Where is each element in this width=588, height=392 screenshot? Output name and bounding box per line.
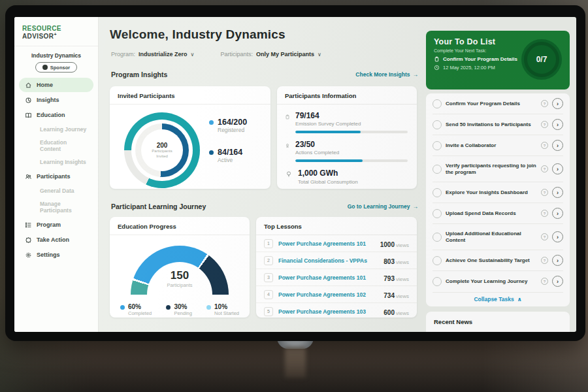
task-checkbox[interactable] (433, 99, 442, 108)
donut-center-label: Invited (156, 154, 168, 159)
collapse-label: Collapse Tasks (474, 296, 514, 302)
task-open-button[interactable]: › (552, 187, 563, 198)
task-row: Achieve One Sustainability Target ? › (433, 250, 563, 271)
task-checkbox[interactable] (433, 188, 442, 197)
lesson-link[interactable]: Power Purchase Agreements 101 (278, 240, 375, 247)
legend-not-started: 10% Not Started (206, 303, 239, 316)
metric-label: Actions Completed (295, 150, 408, 155)
gauge-center-label: Participants (131, 282, 229, 288)
task-open-button[interactable]: › (552, 276, 563, 287)
metric-label: Emission Survey Completed (295, 121, 408, 127)
education-progress-gauge: 150 Participants (131, 246, 229, 295)
metric-emission-survey: 79/164 Emission Survey Completed (277, 105, 417, 133)
legend-pending: 30% Pending (166, 303, 192, 316)
task-checkbox[interactable] (433, 233, 442, 242)
sidebar-item-education[interactable]: Education (19, 108, 93, 122)
lesson-link[interactable]: Power Purchase Agreements 101 (278, 274, 378, 281)
rank-badge: 2 (264, 256, 273, 265)
section-title: Program Insights (111, 71, 167, 78)
go-to-learning-journey-link[interactable]: Go to Learning Journey → (348, 203, 418, 210)
sidebar-item-home[interactable]: Home (19, 78, 93, 92)
sidebar-item-insights[interactable]: Insights (19, 93, 93, 107)
legend-value: 164/200 (218, 118, 247, 127)
task-row: Verify participants requesting to join t… (433, 156, 563, 182)
task-checkbox[interactable] (433, 209, 442, 218)
task-label: Upload Spend Data Records (446, 210, 537, 217)
task-open-button[interactable]: › (552, 231, 563, 242)
metric-label: Total Global Consumption (298, 179, 358, 185)
insights-icon (25, 97, 32, 104)
task-checkbox[interactable] (433, 277, 442, 286)
lesson-row: 1 Power Purchase Agreements 101 1000view… (256, 235, 417, 252)
info-icon[interactable]: ? (541, 100, 548, 107)
lesson-link[interactable]: Power Purchase Agreements 103 (278, 308, 378, 315)
task-checkbox[interactable] (433, 120, 442, 129)
page-title: Welcome, Industry Dynamics (110, 27, 286, 42)
card-title: Participants Information (277, 86, 417, 105)
legend-label: Not Started (214, 310, 239, 316)
check-more-insights-link[interactable]: Check More Insights → (355, 71, 418, 78)
participants-dropdown[interactable]: Participants: Only My Participants ∨ (220, 51, 321, 57)
list-icon (25, 221, 32, 229)
metric-value: 23/50 (295, 140, 408, 149)
task-label: Invite a Collaborator (446, 142, 537, 149)
education-progress-card: Education Progress 150 Participants 60% … (110, 217, 250, 318)
home-icon (25, 82, 32, 89)
info-icon[interactable]: ? (541, 233, 548, 240)
lesson-link[interactable]: Power Purchase Agreements 102 (278, 291, 378, 298)
lightbulb-icon (285, 171, 293, 178)
info-icon[interactable]: ? (541, 142, 548, 149)
task-open-button[interactable]: › (552, 255, 563, 266)
info-icon[interactable]: ? (541, 257, 548, 264)
arrow-right-icon: → (413, 203, 419, 210)
views-unit: views (396, 293, 409, 299)
legend-active: 84/164 Active (209, 148, 247, 163)
legend-label: Active (218, 157, 242, 163)
task-checkbox[interactable] (433, 256, 442, 265)
section-title: Participant Learning Journey (111, 203, 206, 210)
task-open-button[interactable]: › (552, 119, 563, 130)
task-open-button[interactable]: › (552, 208, 563, 219)
rank-badge: 3 (264, 273, 273, 282)
info-icon[interactable]: ? (541, 278, 548, 285)
info-icon[interactable]: ? (541, 121, 548, 128)
program-filter-label: Program: (111, 51, 135, 57)
task-row: Send 50 Invitations to Participants ? › (433, 114, 563, 135)
sidebar-item-take-action[interactable]: Take Action (19, 233, 93, 247)
collapse-tasks-link[interactable]: Collapse Tasks ∧ (433, 293, 563, 306)
sidebar-item-education-content[interactable]: Education Content (19, 136, 93, 155)
sponsor-badge-label: Sponsor (50, 65, 70, 71)
sidebar-item-program[interactable]: Program (19, 218, 93, 232)
task-open-button[interactable]: › (552, 163, 563, 174)
sidebar-item-participants[interactable]: Participants (19, 169, 93, 184)
chevron-down-icon: ∨ (318, 52, 321, 57)
todo-task-list: Confirm Your Program Details ? › Send 50… (426, 93, 570, 306)
task-open-button[interactable]: › (552, 140, 563, 151)
sponsor-badge[interactable]: Sponsor (35, 62, 77, 73)
completed-dot (120, 305, 125, 310)
sidebar-item-manage-participants[interactable]: Manage Participants (19, 197, 93, 217)
info-icon[interactable]: ? (541, 210, 548, 217)
legend-value: 30% (174, 303, 192, 310)
lesson-link[interactable]: Financial Considerations - VPPAs (278, 257, 378, 264)
todo-progress-count: 0/7 (536, 55, 547, 64)
recent-news-title: Recent News (426, 312, 570, 332)
app-logo: RESOURCE ADVISOR+ (14, 17, 98, 46)
sidebar-item-settings[interactable]: Settings (19, 248, 93, 262)
metric-value: 79/164 (295, 112, 408, 120)
sidebar-item-learning-insights[interactable]: Learning Insights (19, 155, 93, 169)
registered-dot (209, 120, 214, 125)
todo-progress-ring: 0/7 (521, 39, 562, 80)
task-open-button[interactable]: › (552, 98, 563, 109)
task-checkbox[interactable] (433, 165, 442, 174)
task-checkbox[interactable] (433, 141, 442, 150)
program-dropdown[interactable]: Program: Industrialize Zero ∨ (111, 51, 194, 57)
card-title: Invited Participants (110, 86, 270, 105)
sidebar-item-learning-journey[interactable]: Learning Journey (19, 123, 93, 136)
sidebar-item-general-data[interactable]: General Data (19, 184, 93, 197)
chevron-up-icon: ∧ (517, 296, 522, 302)
info-icon[interactable]: ? (541, 165, 548, 172)
donut-center-value: 200 (157, 142, 168, 149)
legend-label: Pending (174, 310, 192, 316)
info-icon[interactable]: ? (541, 189, 548, 196)
